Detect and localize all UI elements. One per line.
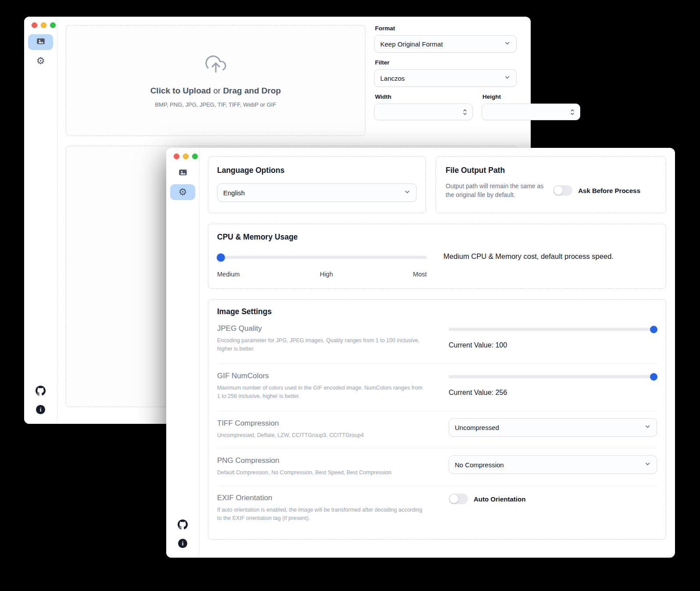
- language-selected-value: English: [223, 189, 245, 197]
- upload-supported-formats: BMP, PNG, JPG, JPEG, TIF, TIFF, WebP or …: [155, 101, 276, 108]
- format-label: Format: [375, 25, 517, 32]
- auto-orientation-toggle[interactable]: [449, 494, 468, 504]
- minimize-button[interactable]: [41, 22, 46, 28]
- window-controls: [32, 22, 56, 28]
- output-path-description: Output path will remain the same as the …: [446, 182, 552, 200]
- setting-row-jpeg-quality: JPEG Quality Encoding parameter for JPG,…: [217, 316, 657, 364]
- gif-numcolors-slider[interactable]: [449, 375, 657, 378]
- file-output-path-title: File Output Path: [446, 166, 656, 175]
- setting-title: PNG Compression: [217, 456, 427, 465]
- language-options-panel: Language Options English: [208, 156, 426, 213]
- format-selected-value: Keep Original Format: [380, 40, 443, 48]
- image-settings-panel: Image Settings JPEG Quality Encoding par…: [208, 299, 666, 540]
- cpu-memory-panel: CPU & Memory Usage Medium High Most Medi…: [208, 224, 666, 289]
- gear-icon: ⚙: [36, 56, 45, 66]
- upload-dropzone[interactable]: Click to Upload or Drag and Drop BMP, PN…: [66, 25, 365, 136]
- setting-row-png-compression: PNG Compression Default Compression, No …: [217, 448, 657, 486]
- window-controls: [174, 154, 198, 159]
- upload-cloud-icon: [204, 54, 228, 76]
- filter-select[interactable]: Lanczos: [374, 69, 517, 87]
- setting-row-gif-numcolors: GIF NumColors Maximum number of colors u…: [217, 364, 657, 411]
- jpeg-quality-current-value: Current Value: 100: [449, 341, 657, 349]
- setting-title: GIF NumColors: [217, 372, 427, 380]
- stepper-icon[interactable]: [568, 106, 577, 118]
- sidebar: ⚙ i: [166, 148, 200, 558]
- info-icon[interactable]: i: [178, 539, 187, 548]
- stepper-icon[interactable]: [460, 106, 470, 118]
- chevron-down-icon: [404, 189, 411, 197]
- tiff-compression-value: Uncompressed: [455, 424, 499, 431]
- tick-high: High: [320, 271, 333, 278]
- gear-icon: ⚙: [179, 187, 187, 197]
- gif-numcolors-slider-knob[interactable]: [650, 373, 657, 380]
- image-icon: [178, 168, 188, 179]
- setting-description: If auto orientation is enabled, the imag…: [217, 506, 427, 523]
- setting-title: TIFF Compression: [217, 419, 427, 428]
- setting-description: Uncompressed, Deflate, LZW, CCITTGroup3,…: [217, 431, 427, 440]
- setting-row-tiff-compression: TIFF Compression Uncompressed, Deflate, …: [217, 411, 657, 448]
- info-icon[interactable]: i: [36, 405, 45, 414]
- height-label: Height: [482, 93, 580, 100]
- sidebar-tab-settings[interactable]: ⚙: [170, 184, 195, 200]
- language-select[interactable]: English: [217, 183, 417, 202]
- cpu-status-text: Medium CPU & Memory cost, default proces…: [443, 252, 614, 261]
- image-icon: [36, 36, 46, 48]
- github-icon[interactable]: [36, 386, 46, 398]
- ask-before-process-label: Ask Before Process: [578, 187, 640, 194]
- settings-window: ⚙ i Language Options English File Output…: [166, 148, 675, 558]
- close-button[interactable]: [32, 22, 37, 28]
- filter-label: Filter: [375, 59, 517, 66]
- setting-description: Default Compression, No Compression, Bes…: [217, 469, 427, 477]
- cpu-slider-ticks: Medium High Most: [217, 271, 427, 278]
- png-compression-value: No Compression: [455, 461, 504, 469]
- settings-content: Language Options English File Output Pat…: [200, 148, 675, 558]
- width-input-wrap: [374, 104, 473, 120]
- sidebar: ⚙ i: [24, 17, 57, 424]
- zoom-button[interactable]: [192, 154, 198, 159]
- chevron-down-icon: [644, 461, 651, 469]
- png-compression-select[interactable]: No Compression: [449, 455, 657, 474]
- cpu-slider[interactable]: [217, 256, 427, 259]
- tick-medium: Medium: [217, 271, 240, 278]
- language-options-title: Language Options: [217, 166, 417, 175]
- file-output-path-panel: File Output Path Output path will remain…: [436, 156, 666, 213]
- setting-row-exif-orientation: EXIF Orientation If auto orientation is …: [217, 486, 657, 533]
- height-input[interactable]: [486, 108, 568, 116]
- sidebar-tab-settings[interactable]: ⚙: [28, 53, 53, 69]
- jpeg-quality-slider-knob[interactable]: [650, 326, 657, 333]
- height-input-wrap: [482, 104, 580, 120]
- github-icon[interactable]: [178, 519, 188, 531]
- minimize-button[interactable]: [183, 154, 189, 159]
- upload-title: Click to Upload or Drag and Drop: [150, 86, 281, 96]
- setting-title: JPEG Quality: [217, 324, 427, 333]
- chevron-down-icon: [644, 423, 651, 431]
- tiff-compression-select[interactable]: Uncompressed: [449, 418, 657, 437]
- ask-before-process-toggle[interactable]: [553, 185, 572, 196]
- image-settings-title: Image Settings: [217, 307, 657, 316]
- cpu-slider-knob[interactable]: [217, 253, 225, 261]
- jpeg-quality-slider[interactable]: [449, 328, 657, 331]
- setting-description: Encoding parameter for JPG, JPEG images.…: [217, 337, 427, 354]
- auto-orientation-label: Auto Orientation: [474, 495, 525, 503]
- chevron-down-icon: [504, 74, 511, 82]
- sidebar-tab-images[interactable]: [170, 165, 195, 181]
- filter-selected-value: Lanczos: [380, 75, 405, 82]
- setting-title: EXIF Orientation: [217, 494, 427, 502]
- width-label: Width: [375, 93, 473, 100]
- setting-description: Maximum number of colors used in the GIF…: [217, 384, 427, 401]
- tick-most: Most: [413, 271, 427, 278]
- format-select[interactable]: Keep Original Format: [374, 35, 517, 53]
- cpu-memory-title: CPU & Memory Usage: [217, 233, 657, 242]
- width-input[interactable]: [379, 108, 460, 116]
- convert-options: Format Keep Original Format Filter Lancz…: [374, 25, 517, 136]
- chevron-down-icon: [504, 40, 511, 48]
- close-button[interactable]: [174, 154, 179, 159]
- sidebar-tab-images[interactable]: [28, 34, 53, 50]
- gif-numcolors-current-value: Current Value: 256: [449, 389, 657, 397]
- zoom-button[interactable]: [50, 22, 56, 28]
